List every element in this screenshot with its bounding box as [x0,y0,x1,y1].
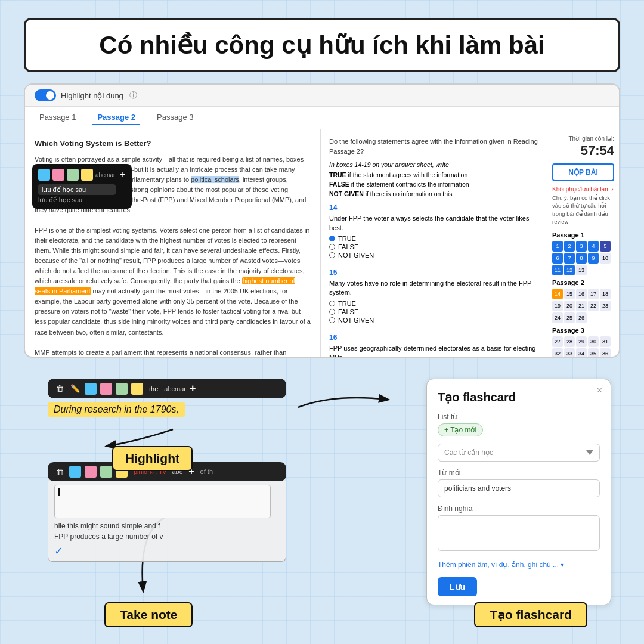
num-25[interactable]: 25 [564,312,575,323]
q14-text: Under FPP the voter always selects the c… [329,214,538,233]
note-color-blue[interactable] [69,466,81,478]
fc-add-new-btn[interactable]: + Tạo mới [438,423,483,436]
q14-option-true[interactable]: TRUE [329,235,538,242]
num-2[interactable]: 2 [564,241,575,252]
toolbar-plus-btn[interactable]: + [190,382,196,395]
num-8[interactable]: 8 [576,253,587,264]
q15-radio-ng[interactable] [329,317,335,323]
passage1-grid: 1 2 3 4 5 6 7 8 9 10 11 12 13 [552,241,614,275]
fc-list-select[interactable]: Các từ cần học [438,444,600,462]
tab-passage3[interactable]: Passage 3 [152,110,198,125]
color-pink-btn[interactable] [100,383,112,395]
num-15[interactable]: 15 [564,289,575,299]
pencil-icon[interactable]: ✏️ [69,383,81,395]
num-4[interactable]: 4 [588,241,599,252]
fc-expand-link[interactable]: Thêm phiên âm, ví dụ, ảnh, ghi chú ... ▾ [438,561,600,569]
num-31[interactable]: 31 [600,336,611,347]
flashcard-label-text: Tạo flashcard [490,608,572,621]
popup-color-blue[interactable] [38,169,50,181]
restore-link[interactable]: Khôi phục/lưu bài làm › [552,186,614,193]
num-29[interactable]: 29 [576,336,587,347]
note-color-green[interactable] [100,466,112,478]
num-12[interactable]: 12 [564,265,575,275]
num-6[interactable]: 6 [552,253,563,264]
num-14[interactable]: 14 [552,289,563,299]
highlight-toggle[interactable] [35,89,56,101]
popup-note-hint: lưu để học sau [38,195,126,205]
num-32[interactable]: 32 [552,348,563,357]
num-24[interactable]: 24 [552,312,563,323]
q14-radio-true[interactable] [329,236,335,242]
submit-button[interactable]: NỘP BÀI [552,163,614,181]
num-3[interactable]: 3 [576,241,587,252]
tab-passage2[interactable]: Passage 2 [92,110,140,125]
tab-passage1[interactable]: Passage 1 [35,110,80,125]
passage1-label: Passage 1 [552,231,614,239]
note-cursor [58,488,60,496]
num-35[interactable]: 35 [588,348,599,357]
num-20[interactable]: 20 [564,301,575,311]
highlight-toggle-label: Highlight nội dung [61,91,123,100]
fc-word-input[interactable] [438,479,600,497]
q15-option-false[interactable]: FALSE [329,308,538,315]
note-content-area: hile this might sound simple and fFPP pr… [48,481,286,562]
q-instruction: In boxes 14-19 on your answer sheet, wri… [329,161,538,168]
passage2-grid: 14 15 16 17 18 19 20 21 22 23 24 25 26 [552,289,614,323]
num-22[interactable]: 22 [588,301,599,311]
num-9[interactable]: 9 [588,253,599,264]
num-19[interactable]: 19 [552,301,563,311]
popup-color-yellow[interactable] [81,169,93,181]
note-color-pink[interactable] [85,466,97,478]
q15-option-true[interactable]: TRUE [329,300,538,307]
q14-option-ng[interactable]: NOT GIVEN [329,252,538,259]
num-17[interactable]: 17 [588,289,599,299]
num-23[interactable]: 23 [600,301,611,311]
num-27[interactable]: 27 [552,336,563,347]
toolbar-abc-label: abcmar [164,385,186,392]
take-note-section: 🗑 pinion⬦. Tv abc + of th hile this migh… [48,462,286,562]
num-5[interactable]: 5 [600,241,611,252]
popup-color-pink[interactable] [52,169,64,181]
q14-radio-false[interactable] [329,244,335,250]
popup-note-input[interactable] [38,184,116,195]
num-10[interactable]: 10 [600,253,611,264]
q14-radio-ng[interactable] [329,252,335,258]
num-1[interactable]: 1 [552,241,563,252]
color-blue-btn[interactable] [85,383,97,395]
num-36[interactable]: 36 [600,348,611,357]
num-21[interactable]: 21 [576,301,587,311]
num-18[interactable]: 18 [600,289,611,299]
trash-icon[interactable]: 🗑 [54,383,66,395]
q15-option-ng[interactable]: NOT GIVEN [329,317,538,324]
popup-abc-label: abcmar [95,171,115,179]
num-7[interactable]: 7 [564,253,575,264]
highlight-seats: highest number of seats in Parliament [35,277,295,295]
flashcard-label-box: Tạo flashcard [474,602,587,627]
num-30[interactable]: 30 [588,336,599,347]
num-16[interactable]: 16 [576,289,587,299]
color-yellow-btn[interactable] [131,383,143,395]
fc-def-textarea[interactable] [438,515,600,551]
q-header-text: Do the following statements agree with t… [329,138,538,155]
q14-option-false[interactable]: FALSE [329,243,538,250]
num-13[interactable]: 13 [576,265,587,275]
num-28[interactable]: 28 [564,336,575,347]
q15-radio-false[interactable] [329,309,335,315]
flashcard-close-btn[interactable]: × [597,385,602,396]
note-checkmark-btn[interactable]: ✓ [54,544,280,558]
color-green-btn[interactable] [116,383,128,395]
num-33[interactable]: 33 [564,348,575,357]
popup-plus-icon[interactable]: + [120,168,125,182]
note-textarea-area[interactable] [54,485,271,518]
highlight-toolbar-section: 🗑 ✏️ the abcmar + During research in the… [48,379,286,419]
q-header: Do the following statements agree with t… [329,137,538,156]
fc-save-btn[interactable]: Lưu [438,577,477,596]
num-34[interactable]: 34 [576,348,587,357]
num-26[interactable]: 26 [576,312,587,323]
popup-color-green[interactable] [67,169,79,181]
page-title: Có nhiều công cụ hữu ích khi làm bài [44,30,600,60]
q15-radio-true[interactable] [329,301,335,306]
highlight-label-box: Highlight [112,446,193,471]
note-trash-icon[interactable]: 🗑 [54,466,66,478]
num-11[interactable]: 11 [552,265,563,275]
